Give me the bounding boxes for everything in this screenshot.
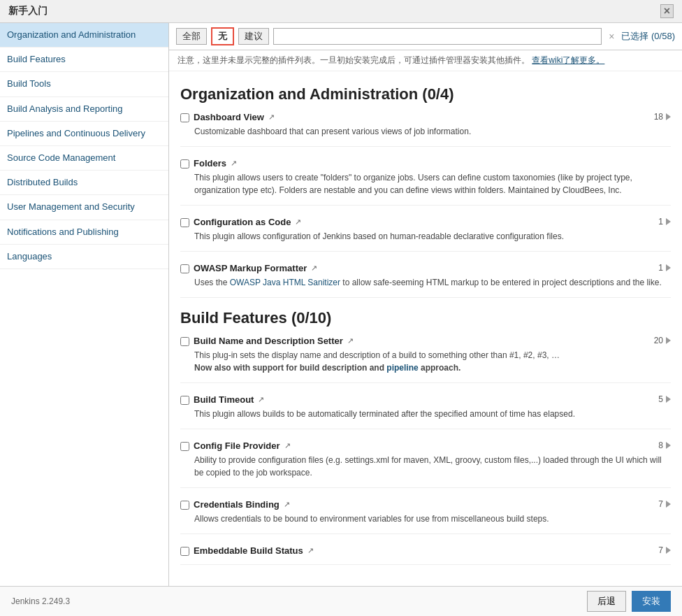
plugin-expand-icon-build-timeout	[666, 396, 671, 403]
content-area: 全部 无 建议 × 已选择 (0/58) 注意，这里并未显示完整的插件列表。一旦…	[169, 23, 682, 586]
plugin-external-link-icon-config-file-provider[interactable]: ↗	[284, 441, 291, 450]
plugin-checkbox-config-as-code[interactable]	[180, 218, 189, 227]
plugin-expand-icon-build-name-setter	[666, 337, 671, 344]
notice-bar: 注意，这里并未显示完整的插件列表。一旦初始安装完成后，可通过插件管理器安装其他插…	[169, 50, 682, 71]
plugin-name-owasp: OWASP Markup Formatter	[194, 263, 307, 273]
sidebar-item-build-features[interactable]: Build Features	[0, 48, 168, 72]
plugin-name-build-timeout: Build Timeout	[194, 394, 254, 405]
sidebar-item-org-admin[interactable]: Organization and Administration	[0, 23, 168, 48]
plugin-item-build-name-setter: Build Name and Description Setter↗20This…	[180, 336, 671, 383]
sidebar: Organization and AdministrationBuild Fea…	[0, 23, 169, 586]
plugin-checkbox-dashboard-view[interactable]	[180, 113, 189, 122]
notice-text: 注意，这里并未显示完整的插件列表。一旦初始安装完成后，可通过插件管理器安装其他插…	[177, 55, 530, 65]
plugin-header-build-timeout: Build Timeout↗5	[180, 394, 671, 405]
plugin-desc-build-timeout: This plugin allows builds to be automati…	[194, 408, 671, 420]
plugin-name-build-name-setter: Build Name and Description Setter	[194, 336, 343, 346]
plugin-header-config-as-code: Configuration as Code↗1	[180, 217, 671, 227]
plugin-external-link-icon-dashboard-view[interactable]: ↗	[268, 113, 275, 122]
close-button[interactable]: ×	[660, 4, 674, 18]
plugin-desc-config-as-code: This plugin allows configuration of Jenk…	[194, 230, 671, 243]
main-container: Organization and AdministrationBuild Fea…	[0, 23, 682, 586]
plugin-header-folders: Folders↗	[180, 158, 671, 169]
plugin-checkbox-embeddable-build-status[interactable]	[180, 547, 189, 556]
sidebar-item-build-analysis[interactable]: Build Analysis and Reporting	[0, 97, 168, 122]
plugin-checkbox-build-timeout[interactable]	[180, 396, 189, 405]
version-label: Jenkins 2.249.3	[11, 596, 70, 606]
filter-suggested-button[interactable]: 建议	[238, 28, 269, 45]
plugin-title-row-build-timeout: Build Timeout↗	[180, 394, 264, 405]
plugin-external-link-icon-build-name-setter[interactable]: ↗	[347, 336, 354, 345]
plugin-header-config-file-provider: Config File Provider↗8	[180, 440, 671, 451]
sidebar-item-source-code[interactable]: Source Code Management	[0, 146, 168, 171]
plugin-desc-build-name-setter: This plug-in sets the display name and d…	[194, 349, 671, 374]
plugin-desc-dashboard-view: Customizable dashboard that can present …	[194, 125, 671, 138]
plugin-title-row-credentials-binding: Credentials Binding↗	[180, 499, 290, 510]
plugin-desc-owasp: Uses the OWASP Java HTML Sanitizer to al…	[194, 276, 671, 289]
title-bar: 新手入门 ×	[0, 0, 682, 23]
plugin-count-owasp: 1	[658, 263, 671, 273]
bottom-buttons: 后退 安装	[587, 591, 671, 612]
plugin-expand-icon-config-file-provider	[666, 442, 671, 449]
plugin-name-credentials-binding: Credentials Binding	[194, 499, 280, 510]
plugin-item-build-timeout: Build Timeout↗5This plugin allows builds…	[180, 394, 671, 429]
plugin-checkbox-build-name-setter[interactable]	[180, 337, 189, 346]
plugin-external-link-icon-build-timeout[interactable]: ↗	[258, 395, 264, 404]
plugin-name-config-as-code: Configuration as Code	[194, 217, 291, 227]
plugin-header-dashboard-view: Dashboard View↗18	[180, 112, 671, 122]
plugin-external-link-icon-config-as-code[interactable]: ↗	[295, 217, 301, 227]
plugin-checkbox-credentials-binding[interactable]	[180, 501, 189, 510]
plugin-name-folders: Folders	[194, 158, 226, 169]
plugin-item-folders: Folders↗This plugin allows users to crea…	[180, 158, 671, 206]
plugin-title-row-owasp: OWASP Markup Formatter↗	[180, 263, 317, 273]
plugin-title-row-build-name-setter: Build Name and Description Setter↗	[180, 336, 354, 346]
back-button[interactable]: 后退	[587, 591, 626, 612]
sidebar-item-user-mgmt[interactable]: User Management and Security	[0, 195, 168, 220]
sidebar-item-pipelines[interactable]: Pipelines and Continuous Delivery	[0, 122, 168, 146]
plugin-name-dashboard-view: Dashboard View	[194, 112, 264, 122]
plugin-checkbox-config-file-provider[interactable]	[180, 442, 189, 451]
plugin-external-link-icon-credentials-binding[interactable]: ↗	[284, 500, 290, 509]
plugin-list: Organization and Administration (0/4)Das…	[169, 71, 682, 586]
plugin-item-dashboard-view: Dashboard View↗18Customizable dashboard …	[180, 112, 671, 147]
plugin-name-embeddable-build-status: Embeddable Build Status	[194, 545, 303, 556]
plugin-checkbox-owasp[interactable]	[180, 264, 189, 273]
sidebar-item-notifications[interactable]: Notifications and Publishing	[0, 220, 168, 245]
plugin-count-embeddable-build-status: 7	[658, 545, 671, 555]
plugin-expand-icon-embeddable-build-status	[666, 547, 671, 554]
dialog-title: 新手入门	[8, 5, 48, 17]
plugin-header-embeddable-build-status: Embeddable Build Status↗7	[180, 545, 671, 556]
plugin-expand-icon-credentials-binding	[666, 501, 671, 508]
plugin-header-credentials-binding: Credentials Binding↗7	[180, 499, 671, 510]
sidebar-item-build-tools[interactable]: Build Tools	[0, 72, 168, 96]
plugin-item-embeddable-build-status: Embeddable Build Status↗7	[180, 545, 671, 565]
plugin-header-build-name-setter: Build Name and Description Setter↗20	[180, 336, 671, 346]
sidebar-item-languages[interactable]: Languages	[0, 245, 168, 269]
plugin-external-link-icon-owasp[interactable]: ↗	[311, 264, 317, 273]
plugin-expand-icon-owasp	[666, 264, 671, 271]
sidebar-item-distributed[interactable]: Distributed Builds	[0, 171, 168, 195]
plugin-expand-icon-config-as-code	[666, 218, 671, 225]
plugin-count-config-as-code: 1	[658, 217, 671, 227]
plugin-desc-config-file-provider: Ability to provide configuration files (…	[194, 454, 671, 479]
install-button[interactable]: 安装	[632, 591, 671, 612]
plugin-checkbox-folders[interactable]	[180, 159, 189, 169]
plugin-item-owasp: OWASP Markup Formatter↗1Uses the OWASP J…	[180, 263, 671, 298]
plugin-count-build-name-setter: 20	[654, 336, 671, 345]
plugin-desc-folders: This plugin allows users to create "fold…	[194, 171, 671, 196]
plugin-expand-icon-dashboard-view	[666, 113, 671, 120]
plugin-title-row-dashboard-view: Dashboard View↗	[180, 112, 275, 122]
filter-bar: 全部 无 建议 × 已选择 (0/58)	[169, 23, 682, 50]
filter-all-button[interactable]: 全部	[176, 28, 207, 45]
notice-link[interactable]: 查看wiki了解更多。	[532, 55, 604, 65]
search-input[interactable]	[273, 28, 602, 45]
plugin-item-config-as-code: Configuration as Code↗1This plugin allow…	[180, 217, 671, 252]
bottom-bar: Jenkins 2.249.3 后退 安装	[0, 586, 682, 616]
plugin-external-link-icon-folders[interactable]: ↗	[231, 159, 237, 168]
plugin-external-link-icon-embeddable-build-status[interactable]: ↗	[307, 546, 314, 555]
plugin-title-row-config-as-code: Configuration as Code↗	[180, 217, 301, 227]
plugin-desc-credentials-binding: Allows credentials to be bound to enviro…	[194, 513, 671, 525]
search-clear-button[interactable]: ×	[606, 31, 617, 42]
plugin-count-dashboard-view: 18	[654, 112, 671, 122]
plugin-name-config-file-provider: Config File Provider	[194, 440, 280, 451]
filter-none-button[interactable]: 无	[211, 27, 234, 45]
